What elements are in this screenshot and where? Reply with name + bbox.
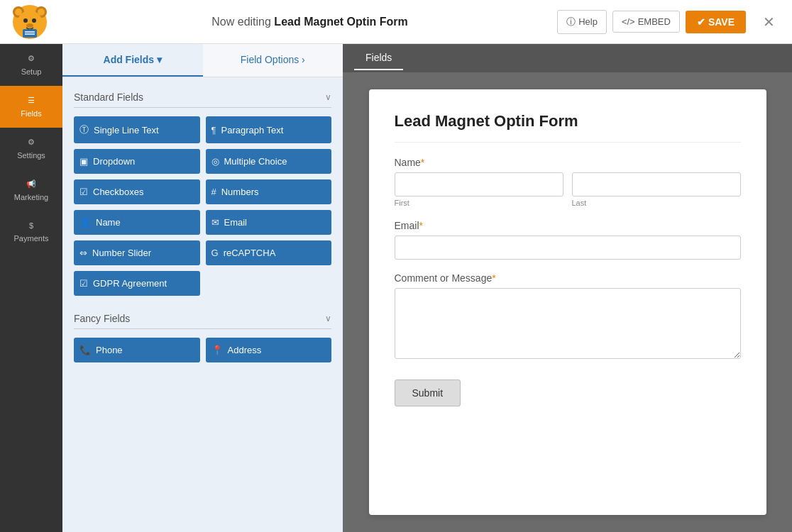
standard-fields-header[interactable]: Standard Fields ∨ bbox=[74, 86, 331, 108]
email-input[interactable] bbox=[395, 235, 741, 260]
setup-icon: ⚙ bbox=[28, 54, 35, 63]
editing-title: Now editing Lead Magnet Optin Form bbox=[62, 16, 557, 28]
field-btn-email[interactable]: ✉ Email bbox=[206, 210, 332, 235]
number-slider-icon: ⇔ bbox=[79, 248, 87, 258]
fancy-fields-header[interactable]: Fancy Fields ∨ bbox=[74, 307, 331, 329]
form-preview-scroll: Lead Magnet Optin Form Name* First Last bbox=[343, 72, 792, 532]
marketing-icon: 📢 bbox=[26, 179, 36, 189]
submit-button[interactable]: Submit bbox=[395, 379, 461, 406]
recaptcha-icon: G bbox=[211, 248, 219, 258]
field-btn-recaptcha[interactable]: G reCAPTCHA bbox=[206, 240, 332, 265]
svg-point-6 bbox=[23, 18, 28, 23]
fields-scroll: Standard Fields ∨ Ⓣ Single Line Text ¶ P… bbox=[62, 77, 343, 532]
dropdown-icon: ▣ bbox=[79, 156, 88, 167]
single-line-text-icon: Ⓣ bbox=[79, 123, 89, 136]
sidebar-item-marketing[interactable]: 📢 Marketing bbox=[0, 170, 62, 211]
name-last-input[interactable] bbox=[572, 172, 741, 196]
standard-fields-chevron: ∨ bbox=[325, 92, 331, 102]
fancy-fields-chevron: ∨ bbox=[325, 314, 331, 323]
sidebar-item-fields[interactable]: ☰ Fields bbox=[0, 86, 62, 128]
name-icon: 👤 bbox=[79, 217, 91, 228]
field-btn-gdpr[interactable]: ☑ GDPR Agreement bbox=[74, 271, 200, 296]
embed-button[interactable]: </> EMBED bbox=[612, 11, 680, 33]
gdpr-icon: ☑ bbox=[79, 278, 88, 289]
top-bar-actions: ⓘ Help </> EMBED ✔ SAVE ✕ bbox=[557, 10, 781, 34]
name-label: Name* bbox=[395, 157, 741, 168]
name-first-col: First bbox=[395, 172, 563, 207]
field-btn-number-slider[interactable]: ⇔ Number Slider bbox=[74, 240, 200, 265]
settings-icon: ⚙ bbox=[28, 138, 35, 147]
field-btn-address[interactable]: 📍 Address bbox=[206, 338, 332, 362]
form-card: Lead Magnet Optin Form Name* First Last bbox=[369, 89, 766, 515]
sidebar-item-payments[interactable]: $ Payments bbox=[0, 211, 62, 253]
close-button[interactable]: ✕ bbox=[757, 11, 781, 33]
embed-icon: </> bbox=[622, 16, 635, 27]
paragraph-text-icon: ¶ bbox=[211, 125, 216, 135]
side-nav: ⚙ Setup ☰ Fields ⚙ Settings 📢 Marketing … bbox=[0, 44, 62, 532]
name-first-input[interactable] bbox=[395, 172, 563, 196]
fields-tab-bar: Add Fields ▾ Field Options › bbox=[62, 44, 343, 77]
form-name: Lead Magnet Optin Form bbox=[274, 16, 407, 28]
field-btn-phone[interactable]: 📞 Phone bbox=[74, 338, 200, 362]
form-title: Lead Magnet Optin Form bbox=[395, 112, 741, 143]
checkmark-icon: ✔ bbox=[697, 16, 705, 28]
logo bbox=[11, 4, 48, 40]
save-button[interactable]: ✔ SAVE bbox=[686, 11, 746, 33]
field-btn-name[interactable]: 👤 Name bbox=[74, 210, 200, 235]
fields-panel: Add Fields ▾ Field Options › Standard Fi… bbox=[62, 44, 343, 532]
main-layout: ⚙ Setup ☰ Fields ⚙ Settings 📢 Marketing … bbox=[0, 44, 792, 532]
form-field-comment: Comment or Message* bbox=[395, 272, 741, 361]
preview-tab-fields[interactable]: Fields bbox=[354, 46, 403, 70]
tab-field-options[interactable]: Field Options › bbox=[203, 44, 343, 77]
multiple-choice-icon: ◎ bbox=[211, 156, 219, 167]
email-required: * bbox=[419, 220, 423, 231]
checkboxes-icon: ☑ bbox=[79, 187, 88, 197]
field-btn-multiple-choice[interactable]: ◎ Multiple Choice bbox=[206, 149, 332, 174]
preview-tab-bar: Fields bbox=[343, 44, 792, 72]
fields-panel-header: Add Fields ▾ Field Options › bbox=[62, 44, 343, 77]
svg-rect-9 bbox=[23, 29, 37, 38]
name-row: First Last bbox=[395, 172, 741, 207]
phone-icon: 📞 bbox=[79, 345, 91, 355]
comment-required: * bbox=[492, 272, 495, 284]
tab-add-fields[interactable]: Add Fields ▾ bbox=[62, 44, 203, 77]
payments-icon: $ bbox=[29, 221, 33, 230]
help-icon: ⓘ bbox=[566, 16, 576, 28]
name-last-sublabel: Last bbox=[572, 199, 741, 207]
name-last-col: Last bbox=[572, 172, 741, 207]
sidebar-item-settings[interactable]: ⚙ Settings bbox=[0, 128, 62, 170]
help-button[interactable]: ⓘ Help bbox=[557, 10, 607, 34]
top-bar: Now editing Lead Magnet Optin Form ⓘ Hel… bbox=[0, 0, 792, 44]
email-label: Email* bbox=[395, 220, 741, 231]
numbers-icon: # bbox=[211, 187, 216, 197]
address-icon: 📍 bbox=[211, 345, 223, 355]
svg-point-7 bbox=[32, 18, 36, 23]
field-btn-single-line-text[interactable]: Ⓣ Single Line Text bbox=[74, 116, 200, 143]
form-preview-area: Fields Lead Magnet Optin Form Name* Firs… bbox=[343, 44, 792, 532]
field-btn-checkboxes[interactable]: ☑ Checkboxes bbox=[74, 179, 200, 204]
field-btn-dropdown[interactable]: ▣ Dropdown bbox=[74, 149, 200, 174]
field-btn-paragraph-text[interactable]: ¶ Paragraph Text bbox=[206, 116, 332, 143]
fancy-fields-grid: 📞 Phone 📍 Address bbox=[74, 338, 331, 362]
name-first-sublabel: First bbox=[395, 199, 563, 207]
form-field-email: Email* bbox=[395, 220, 741, 260]
field-btn-numbers[interactable]: # Numbers bbox=[206, 179, 332, 204]
comment-label: Comment or Message* bbox=[395, 272, 741, 284]
form-field-name: Name* First Last bbox=[395, 157, 741, 207]
sidebar-item-setup[interactable]: ⚙ Setup bbox=[0, 44, 62, 86]
comment-textarea[interactable] bbox=[395, 288, 741, 359]
svg-point-8 bbox=[26, 23, 33, 28]
email-icon: ✉ bbox=[211, 217, 219, 228]
standard-fields-grid: Ⓣ Single Line Text ¶ Paragraph Text ▣ Dr… bbox=[74, 116, 331, 296]
name-required: * bbox=[421, 157, 424, 168]
fields-icon: ☰ bbox=[28, 96, 35, 105]
